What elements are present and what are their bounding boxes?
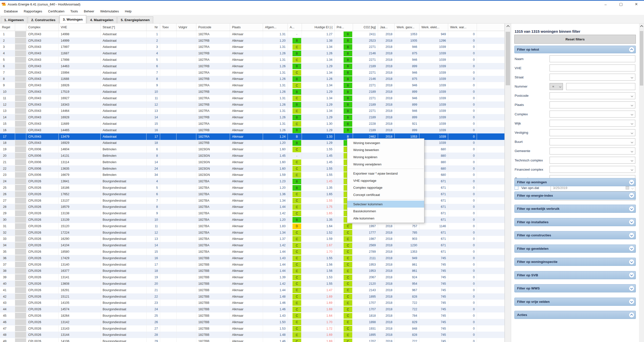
- table-row[interactable]: 31CPL002615120Bourgondiestraat111827BAAl…: [0, 223, 504, 229]
- minimize-icon[interactable]: –: [598, 1, 613, 8]
- context-menu-item-woning-toevoegen[interactable]: Woning toevoegen: [347, 139, 424, 147]
- column-header-complex[interactable]: Complex: [26, 24, 59, 31]
- table-row[interactable]: 36CPL002617429Bourgondiestraat161827BBAl…: [0, 255, 504, 261]
- sidebar-vertical-scrollbar[interactable]: [639, 24, 644, 342]
- context-menu-item-basiskolommen[interactable]: Basiskolommen: [347, 208, 424, 215]
- table-row[interactable]: 18CPL004316929Aidastraat181827RBAlkmaar1…: [0, 140, 504, 146]
- column-header-postcode[interactable]: Postcode: [196, 24, 230, 31]
- table-row[interactable]: 14CPL004316928Aidastraat141827RBAlkmaar1…: [0, 114, 504, 121]
- table-row[interactable]: 45CPL002618264Bourgondiestraat251827BBAl…: [0, 312, 504, 319]
- menu-webmutaties[interactable]: Webmutaties: [97, 8, 122, 15]
- table-row[interactable]: 40CPL002613608Bourgondiestraat201827BBAl…: [0, 280, 504, 287]
- scroll-up-icon[interactable]: [639, 24, 644, 30]
- table-row[interactable]: 10CPL004317519Aidastraat101827RBAlkmaar1…: [0, 89, 504, 95]
- column-header-afgem[interactable]: Afgem...: [263, 24, 288, 31]
- select-straat[interactable]: [550, 74, 635, 81]
- table-row[interactable]: 38CPL002616377Bourgondiestraat181827BBAl…: [0, 268, 504, 274]
- table-row[interactable]: 30CPL002613139Bourgondiestraat101827BAAl…: [0, 216, 504, 223]
- section-filter-op-constructies[interactable]: Filter op constructies: [514, 231, 636, 239]
- column-header-jaar[interactable]: Jaa...: [378, 24, 395, 31]
- column-header-vhe[interactable]: VHE: [59, 24, 101, 31]
- table-row[interactable]: 19CPL000614604Beltmolen61823GNAlkmaar1.6…: [0, 146, 504, 153]
- table-row[interactable]: 43CPL002614105Bourgondiestraat231827BBAl…: [0, 299, 504, 306]
- table-row[interactable]: 15CPL004311689Aidastraat151827RAAlkmaar1…: [0, 121, 504, 127]
- table-row[interactable]: 1CPL004314998Aidastraat11827RAAlkmaar1.3…: [0, 31, 504, 38]
- section-filter-op-vrije-velden[interactable]: Filter op vrije velden: [514, 298, 636, 306]
- column-header-nr[interactable]: Nr: [146, 24, 160, 31]
- column-header-toev[interactable]: Toev: [160, 24, 176, 31]
- table-row[interactable]: 29CPL002613138Bourgondiestraat91827BAAlk…: [0, 210, 504, 216]
- section-filter-op-werkelijk-verbruik[interactable]: Filter op werkelijk verbruik: [514, 205, 636, 213]
- text-input-vhe[interactable]: [550, 65, 635, 71]
- table-row[interactable]: 7CPL004315994Aidastraat71827RAAlkmaar1.3…: [0, 70, 504, 76]
- table-row[interactable]: 32CPL002617224Bourgondiestraat121827BAAl…: [0, 229, 504, 236]
- table-row[interactable]: 41CPL002616291Bourgondiestraat211827BBAl…: [0, 287, 504, 293]
- column-header-plaats[interactable]: Plaats: [230, 24, 263, 31]
- tab-1-algemeen[interactable]: 1. Algemeen: [1, 16, 27, 23]
- section-filter-op-tekst[interactable]: Filter op tekst: [514, 46, 636, 53]
- context-menu-item-woning-kopi-ren[interactable]: Woning kopiëren: [347, 154, 424, 161]
- table-row[interactable]: 6CPL004314463Aidastraat61827RBAlkmaar1.2…: [0, 63, 504, 70]
- menu-tools[interactable]: Tools: [68, 8, 81, 15]
- table-row[interactable]: 34CPL002614104Bourgondiestraat141827BAAl…: [0, 242, 504, 248]
- tab-4-maatregelen[interactable]: 4. Maatregelen: [87, 16, 117, 23]
- section-filter-op-installaties[interactable]: Filter op installaties: [514, 218, 636, 226]
- menu-database[interactable]: Database: [1, 8, 21, 15]
- table-row[interactable]: 17CPL004313479Aidastraat171827RAAlkmaar1…: [0, 133, 504, 140]
- restore-icon[interactable]: ▢: [613, 1, 629, 8]
- table-row[interactable]: 42CPL002615121Bourgondiestraat221827BBAl…: [0, 293, 504, 300]
- section-filter-op-geveldelen[interactable]: Filter op geveldelen: [514, 244, 636, 253]
- table-row[interactable]: 33CPL002616290Bourgondiestraat131827BAAl…: [0, 236, 504, 242]
- table-row[interactable]: 9CPL004316926Aidastraat91827RAAlkmaar1.3…: [0, 82, 504, 89]
- reset-filters-button[interactable]: Reset filters: [514, 35, 636, 44]
- select-technisch-complex[interactable]: [550, 157, 635, 164]
- table-row[interactable]: 48CPL002613144Bourgondiestraat281827BBAl…: [0, 331, 504, 338]
- text-input-naam[interactable]: [550, 55, 635, 62]
- column-header-werkgasv[interactable]: Werk. gasv...: [395, 24, 420, 31]
- table-row[interactable]: 23CPL000616679Beltmolen341823GNAlkmaar1.…: [0, 172, 504, 178]
- context-menu-item-alle-kolommen[interactable]: Alle kolommen: [347, 215, 424, 222]
- table-row[interactable]: 49CPL002614106Bourgondiestraat291827BBAl…: [0, 338, 504, 342]
- table-row[interactable]: 12CPL004318343Aidastraat121827RBAlkmaar1…: [0, 101, 504, 108]
- select-buurt[interactable]: [550, 138, 635, 145]
- select-vestiging[interactable]: [550, 129, 635, 136]
- table-row[interactable]: 25CPL002618186Bourgondiestraat51827BAAlk…: [0, 185, 504, 191]
- text-input-nummer[interactable]: [566, 83, 635, 90]
- section-acties[interactable]: Acties: [514, 311, 636, 319]
- tab-3-woningen[interactable]: 3. Woningen: [60, 15, 86, 23]
- select-gemeente[interactable]: [550, 148, 635, 155]
- column-header-werkwarmte[interactable]: Werk. war...: [448, 24, 477, 31]
- context-menu-item-woning-verwijderen[interactable]: Woning verwijderen: [347, 161, 424, 168]
- tab-5-energieplannen[interactable]: 5. Energieplannen: [117, 16, 153, 23]
- table-row[interactable]: 3CPL004317897Aidastraat31827RAAlkmaar1.3…: [0, 44, 504, 50]
- table-row[interactable]: 26CPL002617652Bourgondiestraat61827BAAlk…: [0, 191, 504, 197]
- table-scrollbar-thumb[interactable]: [506, 32, 510, 85]
- column-header-volgnr[interactable]: Volgnr: [176, 24, 196, 31]
- section-filter-op-svb[interactable]: Filter op SVB: [514, 271, 636, 279]
- select-postcode[interactable]: [550, 92, 635, 99]
- table-row[interactable]: 35CPL002618580Bourgondiestraat151827BAAl…: [0, 248, 504, 255]
- table-row[interactable]: 11CPL004316927Aidastraat111827RAAlkmaar1…: [0, 95, 504, 101]
- table-row[interactable]: 24CPL002613641Bourgondiestraat41827BAAlk…: [0, 178, 504, 185]
- table-row[interactable]: 20CPL000614131Beltmolen81823GNAlkmaar1.4…: [0, 153, 504, 159]
- select-financieel-complex[interactable]: [550, 166, 635, 173]
- table-row[interactable]: 2CPL004314999Aidastraat21827RBAlkmaar1.2…: [0, 38, 504, 44]
- sidebar-scrollbar-thumb[interactable]: [640, 31, 643, 86]
- select-plaats[interactable]: [550, 101, 635, 108]
- close-icon[interactable]: ✕: [629, 1, 644, 8]
- menu-certificaten[interactable]: Certificaten: [45, 8, 68, 15]
- column-header-regel[interactable]: Regel: [0, 24, 15, 31]
- column-header-pre[interactable]: Pré...: [335, 24, 353, 31]
- table-row[interactable]: 47CPL002613143Bourgondiestraat271827BBAl…: [0, 325, 504, 332]
- table-row[interactable]: 28CPL002618579Bourgondiestraat81827BAAlk…: [0, 204, 504, 210]
- table-row[interactable]: 13CPL004314464Aidastraat131827RAAlkmaar1…: [0, 108, 504, 114]
- column-header-werkelekt[interactable]: Werk. elekt...: [420, 24, 448, 31]
- menu-rapportages[interactable]: Rapportages: [21, 8, 45, 15]
- section-filter-op-wws[interactable]: Filter op WWS: [514, 284, 636, 292]
- select-complex[interactable]: [550, 111, 635, 118]
- menu-beheer[interactable]: Beheer: [81, 8, 97, 15]
- column-header-gray[interactable]: [15, 24, 26, 31]
- table-row[interactable]: 8CPL004311688Aidastraat81827RBAlkmaar1.2…: [0, 76, 504, 82]
- context-menu-item-complex-rapportage[interactable]: Complex rapportage: [347, 184, 424, 191]
- section-filter-op-woningen[interactable]: Filter op woningen: [514, 178, 636, 186]
